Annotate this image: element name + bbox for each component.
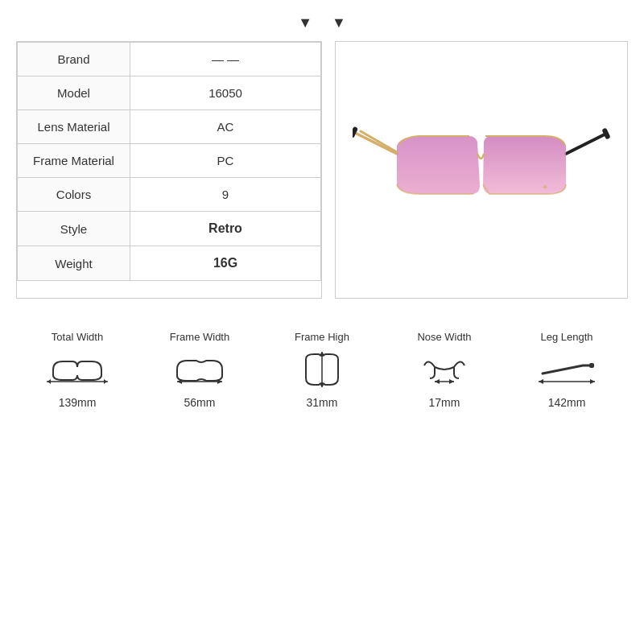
svg-marker-19: [539, 379, 543, 384]
table-row: Weight16G: [18, 246, 321, 281]
info-table-wrapper: Brand— —Model16050Lens MaterialACFrame M…: [16, 41, 322, 299]
measurement-value: 142mm: [548, 396, 586, 409]
table-cell-value: PC: [130, 144, 321, 178]
nose-width-icon: [412, 349, 477, 390]
table-cell-value: 9: [130, 178, 321, 212]
svg-rect-3: [353, 126, 358, 138]
table-cell-value: 16G: [130, 246, 321, 281]
page-wrapper: ▼ ▼ Brand— —Model16050Lens MaterialACFra…: [0, 0, 644, 644]
svg-line-0: [566, 134, 606, 154]
measurement-value: 17mm: [429, 396, 460, 409]
svg-marker-7: [47, 379, 51, 384]
table-row: Brand— —: [18, 43, 321, 76]
table-cell-value: AC: [130, 110, 321, 144]
measurements-section: Total Width 139mmFrame Width 56mmFrame H…: [16, 323, 628, 409]
measurement-item: Frame High 31mm: [261, 331, 383, 409]
sunglasses-image: ✦: [353, 89, 610, 250]
measurement-value: 56mm: [184, 396, 216, 409]
measurement-item: Total Width 139mm: [16, 331, 138, 409]
header-triangle-left: ▼: [298, 14, 312, 31]
total-width-icon: [45, 349, 109, 390]
product-image-box: ✦: [335, 41, 628, 299]
table-cell-value: — —: [130, 43, 321, 76]
table-row: Lens MaterialAC: [18, 110, 321, 144]
measurement-value: 31mm: [307, 396, 338, 409]
frame-width-icon: [167, 349, 232, 390]
table-cell-label: Frame Material: [18, 144, 130, 178]
measurement-value: 139mm: [59, 396, 97, 409]
leg-length-icon: [535, 349, 599, 390]
table-cell-value: Retro: [130, 212, 321, 246]
svg-line-5: [361, 131, 397, 152]
table-row: Model16050: [18, 76, 321, 110]
measurement-label: Frame High: [295, 331, 349, 343]
measurement-item: Nose Width 17mm: [383, 331, 506, 409]
measurement-label: Frame Width: [170, 331, 229, 343]
table-row: StyleRetro: [18, 212, 321, 246]
main-content: Brand— —Model16050Lens MaterialACFrame M…: [16, 41, 628, 299]
header-triangle-right: ▼: [332, 14, 346, 31]
svg-marker-17: [449, 379, 454, 384]
info-table: Brand— —Model16050Lens MaterialACFrame M…: [17, 42, 321, 281]
header: ▼ ▼: [16, 8, 628, 41]
table-cell-label: Style: [18, 212, 130, 246]
table-cell-label: Weight: [18, 246, 130, 281]
measurement-item: Frame Width 56mm: [138, 331, 261, 409]
svg-text:✦: ✦: [542, 183, 548, 192]
svg-rect-21: [589, 363, 594, 368]
table-row: Frame MaterialPC: [18, 144, 321, 178]
table-row: Colors9: [18, 178, 321, 212]
table-cell-label: Lens Material: [18, 110, 130, 144]
svg-marker-16: [435, 379, 440, 384]
measurement-label: Nose Width: [417, 331, 471, 343]
svg-line-2: [357, 134, 397, 154]
table-cell-label: Model: [18, 76, 130, 110]
svg-marker-8: [104, 379, 107, 384]
measurement-item: Leg Length 142mm: [506, 331, 628, 409]
frame-high-icon: [290, 349, 354, 390]
svg-marker-20: [590, 379, 595, 384]
table-cell-value: 16050: [130, 76, 321, 110]
table-cell-label: Brand: [18, 43, 130, 76]
measurement-label: Leg Length: [540, 331, 592, 343]
table-cell-label: Colors: [18, 178, 130, 212]
measurement-label: Total Width: [52, 331, 103, 343]
